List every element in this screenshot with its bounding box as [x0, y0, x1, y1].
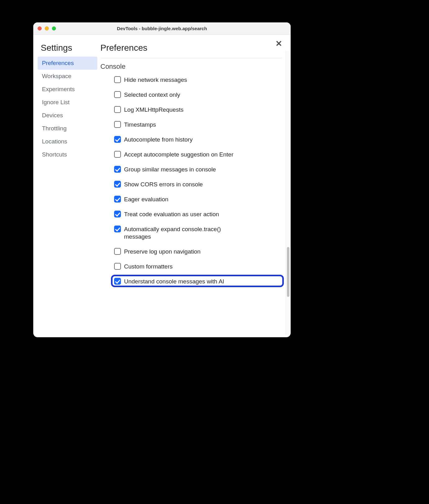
section-title: Console [100, 63, 282, 71]
option-checkbox[interactable] [114, 263, 121, 270]
option-row[interactable]: Log XMLHttpRequests [114, 106, 282, 114]
close-icon[interactable] [38, 26, 42, 30]
scrollbar-thumb[interactable] [287, 247, 289, 297]
sidebar-item-throttling[interactable]: Throttling [38, 122, 97, 135]
titlebar: DevTools - bubble-jingle.web.app/search [33, 22, 291, 35]
page-title: Preferences [100, 43, 282, 53]
option-checkbox[interactable] [114, 226, 121, 232]
divider [100, 58, 282, 58]
option-label: Selected context only [124, 91, 180, 99]
option-label: Automatically expand console.trace() mes… [124, 226, 248, 240]
option-checkbox[interactable] [114, 106, 121, 113]
minimize-icon[interactable] [45, 26, 49, 30]
option-label: Accept autocomplete suggestion on Enter [124, 151, 233, 158]
sidebar-title: Settings [38, 43, 97, 53]
option-row[interactable]: Accept autocomplete suggestion on Enter [114, 151, 282, 158]
sidebar-item-shortcuts[interactable]: Shortcuts [38, 148, 97, 161]
settings-content: ✕ Settings PreferencesWorkspaceExperimen… [33, 35, 291, 337]
option-checkbox[interactable] [114, 278, 121, 285]
option-label: Treat code evaluation as user action [124, 211, 219, 218]
option-label: Show CORS errors in console [124, 181, 203, 188]
sidebar-item-locations[interactable]: Locations [38, 135, 97, 148]
zoom-icon[interactable] [52, 26, 56, 30]
sidebar-item-devices[interactable]: Devices [38, 109, 97, 122]
option-label: Log XMLHttpRequests [124, 106, 183, 114]
option-row[interactable]: Autocomplete from history [114, 136, 282, 143]
option-label: Hide network messages [124, 76, 187, 84]
options-list: Hide network messagesSelected context on… [100, 76, 282, 285]
option-label: Timestamps [124, 121, 156, 128]
option-label: Custom formatters [124, 263, 173, 270]
sidebar-item-workspace[interactable]: Workspace [38, 70, 97, 83]
traffic-lights [33, 26, 56, 30]
option-label: Autocomplete from history [124, 136, 193, 143]
sidebar-item-ignore-list[interactable]: Ignore List [38, 96, 97, 109]
option-row[interactable]: Selected context only [114, 91, 282, 99]
option-row[interactable]: Timestamps [114, 121, 282, 128]
option-row[interactable]: Understand console messages with AI [114, 278, 282, 285]
option-checkbox[interactable] [114, 136, 121, 143]
option-row[interactable]: Automatically expand console.trace() mes… [114, 226, 282, 240]
option-row[interactable]: Treat code evaluation as user action [114, 211, 282, 218]
option-row[interactable]: Preserve log upon navigation [114, 248, 282, 255]
option-checkbox[interactable] [114, 211, 121, 217]
option-checkbox[interactable] [114, 166, 121, 173]
option-row[interactable]: Show CORS errors in console [114, 181, 282, 188]
option-checkbox[interactable] [114, 151, 121, 158]
option-label: Group similar messages in console [124, 166, 216, 173]
option-checkbox[interactable] [114, 76, 121, 83]
devtools-window: DevTools - bubble-jingle.web.app/search … [33, 22, 291, 337]
option-label: Understand console messages with AI [124, 278, 224, 285]
option-row[interactable]: Custom formatters [114, 263, 282, 270]
window-title: DevTools - bubble-jingle.web.app/search [33, 26, 291, 31]
option-row[interactable]: Hide network messages [114, 76, 282, 84]
option-checkbox[interactable] [114, 181, 121, 188]
option-label: Preserve log upon navigation [124, 248, 201, 255]
option-checkbox[interactable] [114, 91, 121, 98]
sidebar-item-experiments[interactable]: Experiments [38, 83, 97, 96]
sidebar-item-preferences[interactable]: Preferences [38, 57, 97, 70]
scrollbar-track[interactable] [286, 51, 290, 335]
option-checkbox[interactable] [114, 196, 121, 203]
option-checkbox[interactable] [114, 248, 121, 255]
option-label: Eager evaluation [124, 196, 168, 203]
option-checkbox[interactable] [114, 121, 121, 128]
option-row[interactable]: Eager evaluation [114, 196, 282, 203]
option-row[interactable]: Group similar messages in console [114, 166, 282, 173]
settings-sidebar: Settings PreferencesWorkspaceExperiments… [33, 35, 97, 337]
settings-main: Preferences Console Hide network message… [97, 35, 291, 337]
